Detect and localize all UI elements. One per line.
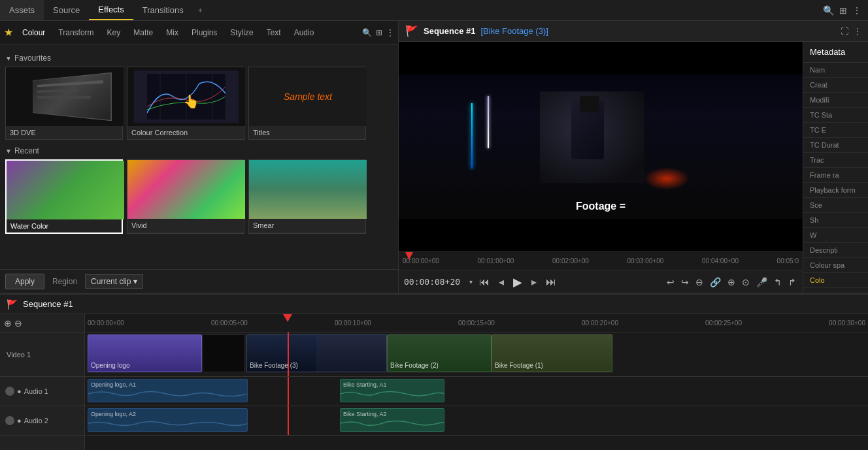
- step-back-button[interactable]: ◂: [496, 274, 507, 289]
- effect-vivid[interactable]: Vivid: [127, 159, 244, 234]
- nav-transitions[interactable]: Transitions: [133, 0, 193, 20]
- playhead-line: [288, 332, 289, 376]
- nav-add-tab[interactable]: +: [193, 6, 208, 15]
- effect-watercolor[interactable]: Water Color: [5, 159, 123, 234]
- insert-icon[interactable]: ⊙: [741, 276, 751, 289]
- grid-icon[interactable]: ⊞: [839, 5, 847, 16]
- sequence-flag-icon: 🚩: [405, 25, 418, 37]
- overwrite-icon[interactable]: ⊕: [726, 276, 737, 289]
- audio-clip-bike-a1-label: Bike Starting, A1: [343, 381, 387, 388]
- tab-colour[interactable]: Colour: [16, 21, 52, 44]
- audio-icon[interactable]: 🎤: [755, 276, 769, 289]
- nav-effects[interactable]: Effects: [89, 0, 133, 20]
- metadata-colour: Colo: [803, 273, 868, 288]
- fullscreen-icon[interactable]: ⛶: [841, 27, 848, 36]
- audio-clip-bike-starting-a1[interactable]: Bike Starting, A1: [340, 379, 444, 402]
- robot-head: [580, 96, 599, 112]
- clip-bike-footage-2[interactable]: Bike Footage (2): [387, 334, 492, 372]
- effect-titles[interactable]: Sample text Titles: [248, 67, 366, 140]
- tab-key[interactable]: Key: [101, 21, 127, 44]
- effects-more-icon[interactable]: ⋮: [386, 28, 394, 37]
- robot-silhouette: [540, 91, 644, 183]
- metadata-framerate: Frame ra: [803, 168, 868, 183]
- zoom-in-button[interactable]: ⊕: [4, 318, 12, 329]
- audio1-mute-button[interactable]: [5, 387, 14, 396]
- effect-3ddve[interactable]: 3D DVE: [5, 67, 123, 140]
- preview-metadata-row: Footage = 00:00:00+00 00:01:00+00 00:02:…: [399, 42, 868, 293]
- ruler-mark-1: 00:01:00+00: [478, 257, 514, 265]
- tab-stylize[interactable]: Stylize: [224, 21, 259, 44]
- mark-out-icon[interactable]: ↪: [680, 276, 690, 289]
- video-section: Footage = 00:00:00+00 00:01:00+00 00:02:…: [399, 42, 803, 293]
- audio2-mute-button[interactable]: [5, 416, 14, 425]
- search-icon[interactable]: 🔍: [823, 5, 834, 16]
- favourites-star-icon[interactable]: ★: [4, 26, 13, 39]
- snap-icon[interactable]: ⊖: [694, 276, 705, 289]
- effects-search-icon[interactable]: 🔍: [362, 28, 372, 37]
- effects-content: ▼ Favourites 3D DVE: [0, 44, 398, 269]
- tab-matte[interactable]: Matte: [127, 21, 159, 44]
- mark-in-icon[interactable]: ↩: [665, 276, 676, 289]
- go-to-start-button[interactable]: ⏮: [476, 275, 492, 289]
- more-options-icon[interactable]: ⋮: [854, 27, 861, 36]
- zoom-out-button[interactable]: ⊖: [14, 318, 22, 329]
- metadata-playback-format: Playback form: [803, 183, 868, 198]
- sequence-header-icons: ⛶ ⋮: [841, 27, 861, 36]
- metadata-panel: Metadata Nam Creat Modifi TC Sta TC E TC…: [803, 42, 868, 293]
- more-icon[interactable]: ⋮: [852, 5, 861, 16]
- region-chevron-icon: ▾: [133, 277, 137, 286]
- nav-source[interactable]: Source: [44, 0, 89, 20]
- metadata-created: Creat: [803, 78, 868, 93]
- clip-bike-footage-1[interactable]: Bike Footage (1): [492, 334, 612, 372]
- metadata-tc-start: TC Sta: [803, 108, 868, 123]
- redo-icon[interactable]: ↱: [787, 276, 797, 289]
- timecode-display[interactable]: 00:00:08+20: [404, 277, 460, 287]
- effect-smear-label: Smear: [249, 219, 365, 232]
- scene-mid: Footage =: [399, 74, 803, 219]
- effect-colour-correction[interactable]: 👆 Colour Correction: [127, 67, 244, 140]
- clip-opening-logo[interactable]: Opening logo: [88, 334, 202, 372]
- effects-grid-icon[interactable]: ⊞: [376, 28, 382, 37]
- metadata-colour-space: Colour spa: [803, 258, 868, 273]
- tl-mark-2: 00:00:10+00: [335, 319, 371, 327]
- zoom-controls: ⊕ ⊖: [0, 314, 84, 332]
- link-icon[interactable]: 🔗: [709, 276, 722, 289]
- nav-assets[interactable]: Assets: [0, 0, 44, 20]
- preview-ruler: 00:00:00+00 00:01:00+00 00:02:00+00 00:0…: [399, 251, 803, 270]
- favourites-section-header[interactable]: ▼ Favourites: [5, 54, 393, 63]
- effect-smear[interactable]: Smear: [248, 159, 366, 234]
- video1-track: Opening logo Bike Footage (3): [85, 332, 868, 377]
- playback-controls: 00:00:08+20 ▾ ⏮ ◂ ▶ ▸ ⏭ ↩ ↪ ⊖ 🔗 ⊕ ⊙: [399, 270, 803, 293]
- tab-text[interactable]: Text: [260, 21, 288, 44]
- tab-audio[interactable]: Audio: [288, 21, 321, 44]
- go-to-end-button[interactable]: ⏭: [543, 275, 559, 289]
- recent-section-header[interactable]: ▼ Recent: [5, 146, 393, 155]
- red-glow-icon: [644, 167, 690, 190]
- tl-mark-1: 00:00:05+00: [211, 319, 248, 327]
- clip-bike-footage-1-label: Bike Footage (1): [495, 362, 543, 369]
- audio-clip-opening-a1[interactable]: Opening logo, A1: [88, 379, 248, 402]
- region-select[interactable]: Current clip ▾: [85, 274, 143, 289]
- favourites-grid: 3D DVE: [5, 67, 393, 140]
- play-button[interactable]: ▶: [510, 274, 525, 291]
- clip-opening-logo-label: Opening logo: [91, 362, 130, 369]
- audio-clip-opening-a2[interactable]: Opening logo, A2: [88, 408, 248, 432]
- top-navigation: Assets Source Effects Transitions + 🔍 ⊞ …: [0, 0, 868, 21]
- clip-black[interactable]: [203, 334, 245, 372]
- tab-transform[interactable]: Transform: [52, 21, 100, 44]
- center-right-area: 🚩 Sequence #1 [Bike Footage (3)] ⛶ ⋮: [399, 21, 868, 293]
- tab-plugins[interactable]: Plugins: [185, 21, 224, 44]
- effect-3ddve-visual: [33, 72, 111, 121]
- undo-icon[interactable]: ↰: [773, 276, 783, 289]
- effect-cc-thumb: 👆: [127, 67, 245, 126]
- favourites-chevron-icon: ▼: [5, 55, 12, 62]
- apply-button[interactable]: Apply: [5, 274, 44, 289]
- metadata-tc-end: TC E: [803, 123, 868, 138]
- clip-bike-footage-3[interactable]: Bike Footage (3): [246, 334, 387, 372]
- audio-clip-bike-starting-a2[interactable]: Bike Starting, A2: [340, 408, 444, 432]
- sequence-title: Sequence #1: [424, 26, 476, 36]
- tab-mix[interactable]: Mix: [159, 21, 185, 44]
- nav-right-icons: 🔍 ⊞ ⋮: [816, 5, 868, 16]
- letterbox-bottom: [399, 222, 803, 251]
- step-forward-button[interactable]: ▸: [529, 274, 539, 289]
